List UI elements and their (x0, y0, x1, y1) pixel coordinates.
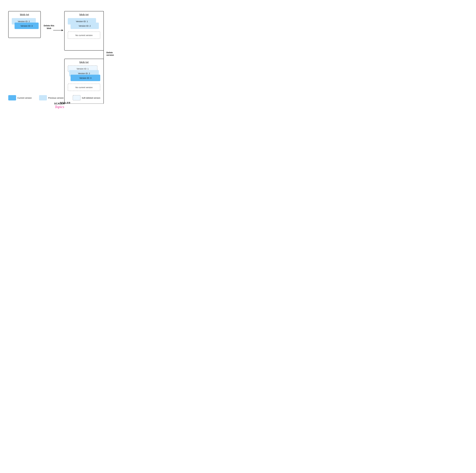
svg-text:Version ID: 1: Version ID: 1 (76, 20, 88, 22)
svg-rect-36 (39, 95, 47, 100)
svg-text:No current version: No current version (75, 34, 93, 36)
diagram-container: blob.txt Version ID: 2 Version ID: 3 Del… (6, 6, 113, 110)
svg-text:Version ID: 2: Version ID: 2 (79, 25, 91, 27)
svg-rect-34 (8, 95, 16, 100)
branding-topics: Topics (6, 105, 113, 109)
svg-marker-9 (62, 29, 63, 31)
svg-text:Previous version: Previous version (48, 97, 64, 99)
svg-text:blob.txt: blob.txt (20, 13, 29, 16)
svg-text:Version ID: 1: Version ID: 1 (77, 68, 89, 70)
svg-text:Version ID: 3: Version ID: 3 (79, 77, 91, 79)
diagram-svg: blob.txt Version ID: 2 Version ID: 3 Del… (6, 6, 119, 104)
svg-rect-10 (64, 11, 103, 51)
svg-rect-38 (73, 95, 80, 100)
svg-text:Version ID: 2: Version ID: 2 (78, 72, 90, 74)
svg-text:Soft deleted version: Soft deleted version (82, 97, 100, 99)
svg-text:version: version (106, 54, 114, 56)
svg-text:Current version: Current version (17, 97, 32, 99)
svg-text:blob.txt: blob.txt (80, 13, 89, 16)
svg-text:Delete this: Delete this (44, 24, 54, 27)
svg-text:blob.txt: blob.txt (80, 61, 89, 64)
svg-text:Version ID: 2: Version ID: 2 (18, 20, 30, 22)
svg-text:Version ID: 3: Version ID: 3 (21, 25, 33, 27)
svg-text:Delete: Delete (106, 51, 113, 54)
svg-text:No current version: No current version (75, 86, 93, 89)
svg-text:blob: blob (47, 27, 51, 29)
